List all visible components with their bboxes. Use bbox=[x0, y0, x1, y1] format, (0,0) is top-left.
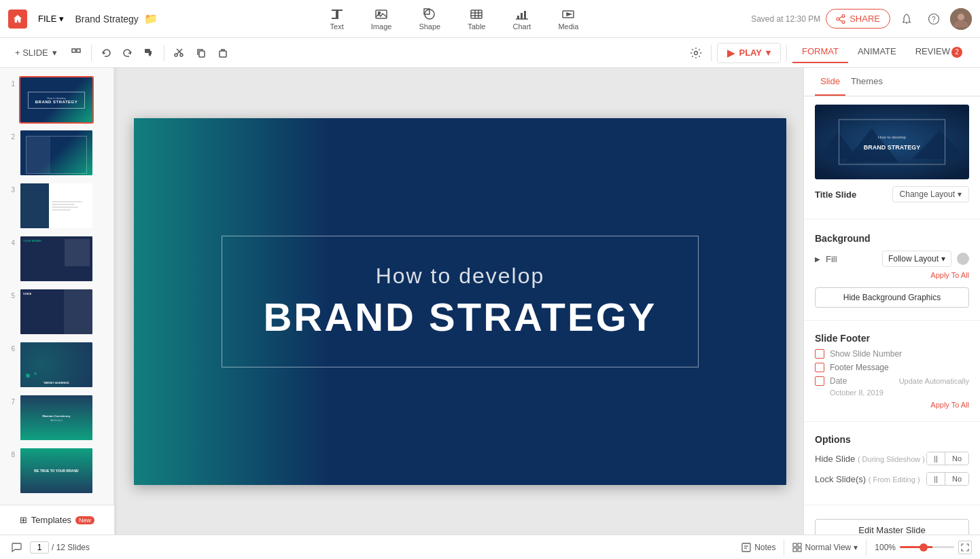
notes-label: Notes bbox=[754, 543, 775, 552]
svg-rect-61 bbox=[793, 548, 797, 552]
toolbar-media[interactable]: Media bbox=[553, 5, 584, 33]
lock-slides-toggle-pipes[interactable]: || bbox=[927, 473, 945, 485]
tab-review-label: REVIEW bbox=[915, 46, 950, 56]
slide-text-box[interactable]: How to develop BRAND STRATEGY bbox=[222, 236, 698, 367]
toolbar-center: Text Image Shape Table Chart Media bbox=[163, 5, 746, 33]
toolbar-text[interactable]: Text bbox=[325, 5, 349, 33]
document-title: Brand Strategy bbox=[75, 14, 138, 24]
paste-button[interactable] bbox=[213, 43, 232, 62]
topbar-left: FILE ▾ Brand Strategy 📁 bbox=[8, 10, 158, 29]
lock-slides-toggle-no[interactable]: No bbox=[945, 473, 968, 485]
apply-to-all-bg[interactable]: Apply To All bbox=[815, 271, 969, 279]
help-button[interactable]: ? bbox=[923, 8, 945, 30]
slide-num-3: 3 bbox=[5, 182, 15, 194]
tab-animate[interactable]: ANIMATE bbox=[848, 42, 906, 63]
hide-slide-toggle-pipes[interactable]: || bbox=[927, 452, 945, 465]
current-page-input[interactable] bbox=[30, 541, 49, 554]
toolbar-shape[interactable]: Shape bbox=[413, 5, 446, 33]
slide-thumb-1[interactable]: 1 How to develop BRAND STRATEGY bbox=[0, 73, 113, 126]
footer-section: Slide Footer Show Slide Number Date Upda… bbox=[804, 326, 980, 416]
slide-num-5: 5 bbox=[5, 288, 15, 300]
templates-button[interactable]: ⊞ Templates New bbox=[0, 505, 114, 535]
home-button[interactable] bbox=[8, 10, 27, 29]
file-label: FILE bbox=[38, 14, 56, 24]
templates-icon: ⊞ bbox=[20, 515, 27, 525]
svg-point-32 bbox=[180, 54, 183, 56]
slide-thumb-4[interactable]: 4 YOUR BRAND bbox=[0, 232, 113, 285]
svg-rect-2 bbox=[332, 18, 336, 19]
chat-button[interactable] bbox=[8, 539, 24, 556]
share-label: SHARE bbox=[850, 14, 880, 24]
fill-label: Fill bbox=[826, 254, 877, 264]
notification-button[interactable] bbox=[896, 8, 917, 30]
slide-thumb-7[interactable]: 7 Maintain Consistency Add Emotion bbox=[0, 391, 113, 444]
topbar: FILE ▾ Brand Strategy 📁 Text Image Shape… bbox=[0, 0, 980, 38]
footer-message-checkbox[interactable] bbox=[815, 363, 824, 372]
section-divider-3 bbox=[804, 421, 980, 422]
slide-image-3[interactable] bbox=[19, 182, 94, 230]
folder-icon: 📁 bbox=[144, 12, 158, 25]
svg-rect-3 bbox=[376, 10, 387, 18]
show-slide-number-checkbox[interactable] bbox=[815, 349, 824, 359]
view-dropdown[interactable]: Normal View ▾ bbox=[792, 543, 858, 552]
tab-themes[interactable]: Themes bbox=[845, 68, 888, 96]
zoom-slider[interactable] bbox=[900, 546, 954, 548]
toolbar-chart[interactable]: Chart bbox=[507, 5, 536, 33]
svg-rect-29 bbox=[77, 49, 80, 52]
notes-button[interactable]: Notes bbox=[741, 542, 775, 553]
hide-bg-section: Hide Background Graphics bbox=[804, 287, 980, 314]
tab-review[interactable]: REVIEW2 bbox=[906, 42, 972, 63]
change-layout-button[interactable]: Change Layout ▾ bbox=[892, 186, 969, 202]
fill-dropdown[interactable]: Follow Layout ▾ bbox=[882, 251, 951, 267]
slide-num-4: 4 bbox=[5, 235, 15, 247]
slide-thumb-6[interactable]: 6 TARGET AUDIENCE bbox=[0, 338, 113, 391]
slide-button[interactable]: + SLIDE ▾ bbox=[8, 45, 64, 60]
play-button[interactable]: ▶ PLAY ▾ bbox=[717, 43, 780, 63]
slide-image-7[interactable]: Maintain Consistency Add Emotion bbox=[19, 394, 94, 441]
background-title: Background bbox=[815, 233, 969, 244]
hide-bg-button[interactable]: Hide Background Graphics bbox=[815, 287, 969, 308]
slide-preview-section: How to develop BRAND STRATEGY Title Slid… bbox=[804, 96, 980, 213]
slide-thumb-3[interactable]: 3 bbox=[0, 179, 113, 232]
toolbar-table[interactable]: Table bbox=[462, 5, 491, 33]
hide-slide-toggle-no[interactable]: No bbox=[945, 452, 968, 465]
user-avatar[interactable] bbox=[950, 8, 972, 30]
slide-thumb-2[interactable]: 2 bbox=[0, 126, 113, 179]
slide-image-1[interactable]: How to develop BRAND STRATEGY bbox=[19, 76, 94, 124]
slide-image-6[interactable]: TARGET AUDIENCE bbox=[19, 341, 94, 389]
expand-button[interactable] bbox=[67, 43, 86, 62]
slide-image-8[interactable]: BE TRUE TO YOUR BRAND bbox=[19, 447, 94, 494]
settings-button[interactable] bbox=[686, 43, 705, 62]
slide-image-5[interactable]: VOICE bbox=[19, 288, 94, 336]
toolbar-image-label: Image bbox=[371, 22, 392, 31]
footer-message-input[interactable] bbox=[830, 363, 969, 372]
tab-format[interactable]: FORMAT bbox=[792, 42, 848, 63]
apply-to-all-footer[interactable]: Apply To All bbox=[815, 401, 969, 409]
copy-button[interactable] bbox=[192, 43, 211, 62]
date-checkbox[interactable] bbox=[815, 376, 824, 386]
play-label: PLAY bbox=[739, 48, 761, 58]
slide-image-2[interactable] bbox=[19, 129, 94, 177]
fill-arrow-icon: ▶ bbox=[815, 255, 820, 263]
svg-rect-28 bbox=[72, 49, 75, 52]
toolbar-image[interactable]: Image bbox=[366, 5, 398, 33]
edit-master-button[interactable]: Edit Master Slide bbox=[815, 519, 969, 535]
share-button[interactable]: SHARE bbox=[826, 9, 890, 29]
paint-format-button[interactable] bbox=[139, 43, 158, 62]
toolbar-table-label: Table bbox=[468, 22, 485, 31]
lock-slides-sub: ( From Editing ) bbox=[869, 475, 920, 484]
redo-button[interactable] bbox=[118, 43, 137, 62]
undo-button[interactable] bbox=[97, 43, 116, 62]
fill-color-picker[interactable] bbox=[957, 253, 969, 265]
tab-slide[interactable]: Slide bbox=[815, 68, 845, 96]
cut-button[interactable] bbox=[170, 43, 189, 62]
file-menu-button[interactable]: FILE ▾ bbox=[33, 11, 69, 26]
bottom-bar-right: Notes Normal View ▾ 100% bbox=[741, 539, 972, 556]
slide-canvas[interactable]: How to develop BRAND STRATEGY bbox=[134, 118, 786, 485]
bb-divider-1 bbox=[784, 539, 784, 556]
slide-thumb-5[interactable]: 5 VOICE bbox=[0, 285, 113, 338]
svg-point-35 bbox=[695, 51, 698, 54]
slide-image-4[interactable]: YOUR BRAND bbox=[19, 235, 94, 283]
slide-thumb-8[interactable]: 8 BE TRUE TO YOUR BRAND bbox=[0, 444, 113, 497]
fit-screen-button[interactable] bbox=[958, 541, 972, 554]
